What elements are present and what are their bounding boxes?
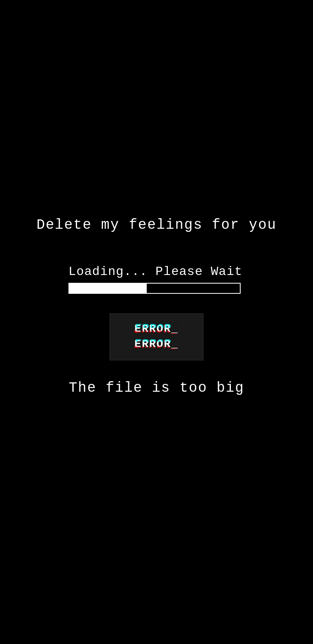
title-text: Delete my feelings for you: [36, 217, 277, 233]
error-line-2: ERROR_: [135, 337, 179, 351]
progress-bar-filled: [69, 284, 146, 293]
loading-section: Loading... Please Wait: [68, 264, 245, 294]
file-error-text: The file is too big: [69, 380, 244, 396]
loading-text: Loading... Please Wait: [68, 264, 242, 279]
error-glitch-icon: ERROR_ ERROR_: [135, 322, 179, 351]
error-line-1: ERROR_: [135, 322, 179, 336]
progress-bar: [68, 283, 241, 294]
main-container: Delete my feelings for you Loading... Pl…: [0, 217, 313, 396]
progress-bar-empty: [146, 284, 240, 293]
error-box: ERROR_ ERROR_: [110, 313, 203, 360]
